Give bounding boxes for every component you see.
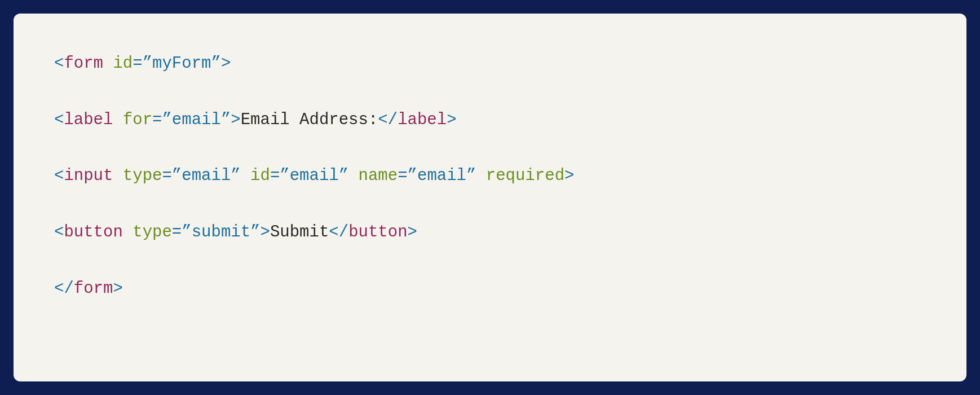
equals: = — [398, 166, 407, 185]
equals: = — [162, 166, 171, 185]
quote-open: ” — [280, 166, 289, 185]
quote-close: ” — [250, 223, 260, 242]
attr-id: id — [113, 54, 133, 73]
space — [476, 166, 485, 185]
quote-close: ” — [211, 54, 220, 73]
quote-open: ” — [182, 223, 191, 242]
attr-for: for — [123, 111, 152, 129]
tag-form-close: form — [74, 279, 113, 298]
code-line-1: <form id=”myForm”> — [54, 53, 926, 74]
quote-open: ” — [162, 111, 171, 129]
space — [113, 111, 122, 129]
attr-value-email: email — [417, 166, 466, 185]
attr-type: type — [123, 166, 162, 185]
space — [103, 54, 113, 73]
bracket-close: > — [408, 223, 417, 242]
bracket-open: < — [54, 166, 64, 185]
space — [113, 166, 122, 185]
quote-close: ” — [466, 166, 476, 185]
attr-id: id — [250, 166, 270, 185]
attr-name: name — [359, 166, 398, 185]
bracket-close: > — [564, 166, 574, 185]
bracket-close: > — [231, 111, 240, 129]
equals: = — [172, 223, 182, 242]
code-block: <form id=”myForm”> <label for=”email”>Em… — [14, 14, 966, 381]
tag-button: button — [64, 223, 122, 242]
bracket-open: < — [54, 54, 64, 73]
space — [241, 166, 250, 185]
bracket-open: < — [54, 111, 64, 129]
attr-type: type — [133, 223, 172, 242]
equals: = — [152, 111, 162, 129]
attr-value-email: email — [182, 166, 231, 185]
tag-form: form — [64, 54, 103, 73]
code-line-3: <input type=”email” id=”email” name=”ema… — [54, 165, 926, 187]
quote-open: ” — [143, 54, 152, 73]
close-tag-open: </ — [54, 279, 74, 298]
quote-close: ” — [231, 166, 240, 185]
text-email-address: Email Address: — [241, 111, 378, 129]
attr-required: required — [486, 166, 564, 185]
tag-button-close: button — [348, 223, 407, 242]
attr-value-submit: submit — [192, 223, 250, 242]
close-tag-open: </ — [378, 111, 398, 129]
quote-close: ” — [221, 111, 231, 129]
code-line-4: <button type=”submit”>Submit</button> — [54, 222, 926, 243]
close-tag-open: </ — [329, 223, 348, 242]
tag-input: input — [64, 166, 113, 185]
quote-open: ” — [172, 166, 182, 185]
space — [123, 223, 133, 242]
code-line-5: </form> — [54, 278, 926, 300]
bracket-open: < — [54, 223, 64, 242]
equals: = — [270, 166, 280, 185]
bracket-close: > — [447, 111, 456, 129]
space — [348, 166, 358, 185]
code-line-2: <label for=”email”>Email Address:</label… — [54, 109, 926, 131]
attr-value-myform: myForm — [152, 54, 211, 73]
tag-label-close: label — [398, 111, 447, 129]
attr-value-email: email — [172, 111, 221, 129]
bracket-close: > — [261, 223, 270, 242]
equals: = — [133, 54, 142, 73]
tag-label: label — [64, 111, 113, 129]
quote-close: ” — [339, 166, 348, 185]
bracket-close: > — [113, 279, 122, 298]
attr-value-email: email — [290, 166, 339, 185]
bracket-close: > — [221, 54, 231, 73]
text-submit: Submit — [270, 223, 329, 242]
quote-open: ” — [408, 166, 417, 185]
